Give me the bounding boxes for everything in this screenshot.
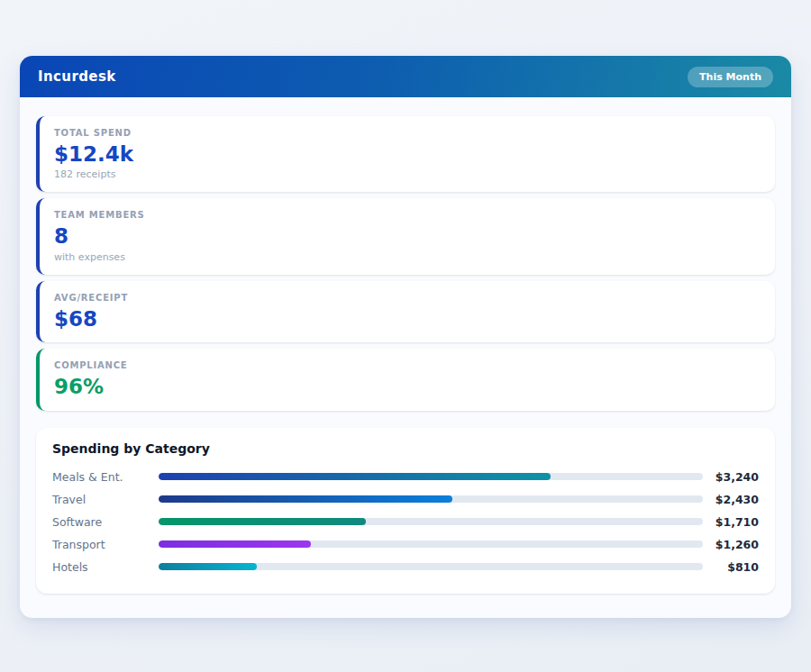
chart-row: Software$1,710 [52,511,759,533]
chart-title: Spending by Category [52,441,759,456]
category-value: $1,710 [703,515,759,529]
category-label: Software [52,515,159,529]
category-value: $810 [703,560,759,574]
bar-track [159,473,703,480]
stat-card-avg-receipt: AVG/RECEIPT $68 [36,281,775,342]
bar-fill [159,540,311,548]
category-value: $3,240 [703,470,759,484]
category-label: Transport [52,538,159,551]
stat-value: 8 [54,224,759,248]
bar-fill [159,473,551,480]
stat-subtext: 182 receipts [54,168,759,180]
stat-value: $68 [54,307,759,331]
app-header: Incurdesk This Month [20,56,791,97]
spending-by-category-chart: Spending by Category Meals & Ent.$3,240T… [36,428,775,594]
dashboard-panel: Incurdesk This Month TOTAL SPEND $12.4k … [20,56,791,618]
stat-label: TEAM MEMBERS [54,210,759,220]
chart-rows: Meals & Ent.$3,240Travel$2,430Software$1… [52,466,759,578]
category-label: Meals & Ent. [52,470,159,484]
stat-subtext: with expenses [54,251,759,263]
stat-label: COMPLIANCE [54,360,759,370]
stat-label: AVG/RECEIPT [54,293,759,303]
dashboard-content: TOTAL SPEND $12.4k 182 receipts TEAM MEM… [20,97,791,594]
category-label: Travel [52,493,159,506]
chart-row: Meals & Ent.$3,240 [52,466,759,488]
bar-fill [159,518,366,525]
chart-row: Transport$1,260 [52,533,759,556]
stat-value: $12.4k [54,142,759,166]
stat-card-total-spend: TOTAL SPEND $12.4k 182 receipts [36,116,775,192]
chart-row: Travel$2,430 [52,488,759,511]
category-value: $1,260 [703,538,759,551]
bar-track [159,495,703,503]
stat-card-compliance: COMPLIANCE 96% [36,349,775,410]
category-label: Hotels [52,560,159,574]
bar-fill [159,563,257,570]
bar-track [159,540,703,548]
app-title: Incurdesk [38,68,116,85]
period-badge[interactable]: This Month [688,67,773,87]
category-value: $2,430 [703,493,759,506]
bar-track [159,563,703,570]
bar-fill [159,495,452,503]
chart-row: Hotels$810 [52,556,759,578]
stat-card-team-members: TEAM MEMBERS 8 with expenses [36,198,775,274]
bar-track [159,518,703,525]
stat-value: 96% [54,375,759,398]
stat-label: TOTAL SPEND [54,128,759,138]
